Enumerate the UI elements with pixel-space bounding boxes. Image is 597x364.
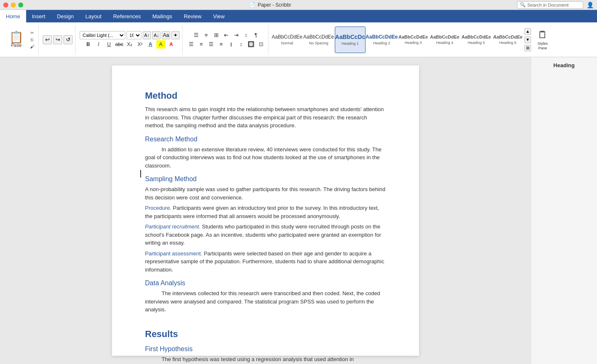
style-no-spacing-label: No Spacing <box>309 41 329 45</box>
style-heading2[interactable]: AaBbCcDdEe Heading 2 <box>366 27 397 53</box>
style-heading6[interactable]: AaBbCcDdEe Heading 6 <box>492 27 523 53</box>
style-heading1[interactable]: AaBbCcDc Heading 1 <box>335 27 366 53</box>
show-formatting-button[interactable]: ¶ <box>251 31 261 39</box>
style-heading4[interactable]: AaBbCcDdEe Heading 4 <box>429 27 460 53</box>
heading-panel-title: Heading <box>534 62 594 68</box>
superscript-button[interactable]: X² <box>136 40 145 49</box>
window-title: 📄 Paper - Scribbr <box>249 2 291 8</box>
menu-review[interactable]: Review <box>178 10 207 22</box>
styles-scroll-down-button[interactable]: ▼ <box>524 36 531 43</box>
shading-button[interactable]: 🔲 <box>246 40 256 49</box>
menu-view[interactable]: View <box>207 10 231 22</box>
search-box[interactable]: 🔍 Search in Document <box>517 1 583 9</box>
line-spacing-button[interactable]: ↕ <box>236 40 246 49</box>
style-heading5-preview: AaBbCcDdEe <box>462 34 491 40</box>
redo-button[interactable]: ↪ <box>53 35 62 44</box>
font-color-button[interactable]: A <box>167 40 176 49</box>
heading-method: Method <box>145 90 386 101</box>
numbering-button[interactable]: ≡ <box>202 31 211 39</box>
style-normal[interactable]: AaBbCcDdEe Normal <box>272 27 302 53</box>
para-participant-assessment: Participant assessment. Participants wer… <box>145 250 386 274</box>
style-normal-label: Normal <box>281 41 293 45</box>
para-first-hypothesis: The first hypothesis was tested using a … <box>145 355 386 364</box>
font-row1: Calibri Light (... 16 A↑ A↓ Aa ✦ <box>80 31 180 39</box>
justify-button[interactable]: ≡ <box>217 40 226 49</box>
style-no-spacing[interactable]: AaBbCcDdEe No Spacing <box>303 27 334 53</box>
para-sampling-method: A non-probability sample was used to gat… <box>145 185 386 201</box>
menu-references[interactable]: References <box>107 10 146 22</box>
styles-pane-button[interactable]: 🗒 StylesPane <box>532 25 553 55</box>
style-heading3[interactable]: AaBbCcDdEe Heading 3 <box>398 27 429 53</box>
font-case-button[interactable]: Aa <box>162 31 170 39</box>
heading-research-method: Research Method <box>145 136 386 143</box>
paragraph-section: ☰ ≡ ⊞ ⇤ ⇥ ↕ ¶ ☰ ≡ ☰ ≡ ⫿ ↕ 🔲 ⊡ <box>184 25 268 55</box>
paste-button[interactable]: 📋 Paste <box>6 30 27 49</box>
heading-data-analysis: Data Analysis <box>145 279 386 287</box>
maximize-button[interactable] <box>18 2 23 7</box>
user-icon[interactable]: 👤 <box>587 2 594 8</box>
styles-arrows: ▲ ▼ ⊞ <box>524 27 531 53</box>
bold-button[interactable]: B <box>84 40 93 49</box>
search-placeholder: Search in Document <box>527 2 569 7</box>
text-cursor <box>140 170 141 177</box>
font-grow-button[interactable]: A↑ <box>143 31 151 39</box>
format-painter-button[interactable]: 🖌 <box>29 44 36 49</box>
heading-first-hypothesis: First Hypothesis <box>145 345 386 353</box>
multilevel-button[interactable]: ⊞ <box>212 31 221 39</box>
heading-panel: Heading <box>531 57 597 364</box>
style-heading5[interactable]: AaBbCcDdEe Heading 5 <box>461 27 492 53</box>
styles-pane-icon: 🗒 <box>538 29 548 41</box>
para-data-analysis: The interviews collected for this resear… <box>145 289 386 314</box>
style-heading6-label: Heading 6 <box>499 41 516 45</box>
font-shrink-button[interactable]: A↓ <box>152 31 161 39</box>
menu-home[interactable]: Home <box>0 10 26 22</box>
inline-heading-participant-assessment: Participant assessment. <box>145 250 202 257</box>
borders-button[interactable]: ⊡ <box>256 40 266 49</box>
para-research-method: In addition to an extensive literature r… <box>145 146 386 170</box>
styles-grid: AaBbCcDdEe Normal AaBbCcDdEe No Spacing … <box>272 27 531 53</box>
copy-button[interactable]: ⎘ <box>29 37 36 43</box>
inline-heading-procedure: Procedure. <box>145 205 172 211</box>
search-icon: 🔍 <box>520 2 526 7</box>
para-row1: ☰ ≡ ⊞ ⇤ ⇥ ↕ ¶ <box>192 31 261 39</box>
minimize-button[interactable] <box>11 2 16 7</box>
highlight-button[interactable]: A <box>156 40 166 49</box>
paste-label: Paste <box>11 43 22 48</box>
bullets-button[interactable]: ☰ <box>192 31 201 39</box>
underline-button[interactable]: U <box>105 40 114 49</box>
window-controls[interactable] <box>3 2 23 7</box>
close-button[interactable] <box>3 2 8 7</box>
repeat-button[interactable]: ↺ <box>63 35 73 44</box>
font-size-select[interactable]: 16 <box>127 31 141 39</box>
sort-button[interactable]: ↕ <box>241 31 251 39</box>
columns-button[interactable]: ⫿ <box>227 40 236 49</box>
decrease-indent-button[interactable]: ⇤ <box>222 31 231 39</box>
strikethrough-button[interactable]: abc <box>115 40 124 49</box>
clear-format-button[interactable]: ✦ <box>171 31 180 39</box>
styles-scroll-up-button[interactable]: ▲ <box>524 28 531 35</box>
style-heading3-preview: AaBbCcDdEe <box>399 34 428 40</box>
style-normal-preview: AaBbCcDdEe <box>272 34 302 40</box>
content-area[interactable]: Method This research aims to gain insigh… <box>0 57 531 364</box>
increase-indent-button[interactable]: ⇥ <box>231 31 241 39</box>
menu-layout[interactable]: Layout <box>80 10 107 22</box>
font-family-select[interactable]: Calibri Light (... <box>80 31 125 39</box>
ribbon: 📋 Paste ✂ ⎘ 🖌 ↩ ↪ ↺ Calibri Light (... <box>0 22 597 57</box>
menu-mailings[interactable]: Mailings <box>146 10 178 22</box>
titlebar: 📄 Paper - Scribbr 🔍 Search in Document 👤 <box>0 0 597 10</box>
para-row2: ☰ ≡ ☰ ≡ ⫿ ↕ 🔲 ⊡ <box>187 40 266 49</box>
align-left-button[interactable]: ☰ <box>187 40 196 49</box>
menu-insert[interactable]: Insert <box>26 10 51 22</box>
italic-button[interactable]: I <box>94 40 103 49</box>
cut-button[interactable]: ✂ <box>29 30 36 36</box>
styles-expand-button[interactable]: ⊞ <box>524 45 531 51</box>
font-color-a-button[interactable]: A <box>146 40 155 49</box>
style-heading1-preview: AaBbCcDc <box>335 34 365 41</box>
align-center-button[interactable]: ≡ <box>197 40 206 49</box>
undo-redo-section: ↩ ↪ ↺ <box>40 25 76 55</box>
align-right-button[interactable]: ☰ <box>207 40 216 49</box>
subscript-button[interactable]: X₂ <box>125 40 134 49</box>
menu-design[interactable]: Design <box>51 10 79 22</box>
undo-button[interactable]: ↩ <box>43 35 52 44</box>
style-heading6-preview: AaBbCcDdEe <box>493 34 523 40</box>
